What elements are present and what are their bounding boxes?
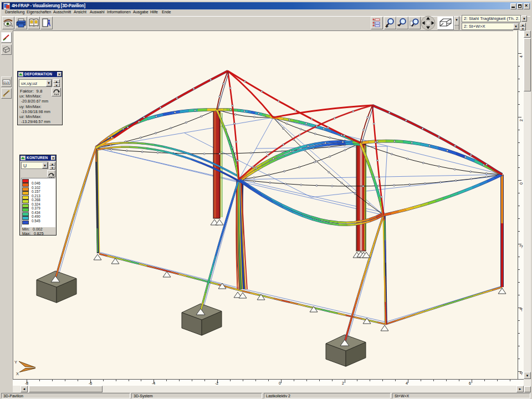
svg-text:X: X — [16, 371, 19, 376]
svg-text:Y: Y — [14, 360, 17, 365]
svg-text:-: - — [397, 21, 400, 29]
svg-text:+: + — [385, 23, 388, 29]
svg-text:019: 019 — [3, 81, 9, 84]
